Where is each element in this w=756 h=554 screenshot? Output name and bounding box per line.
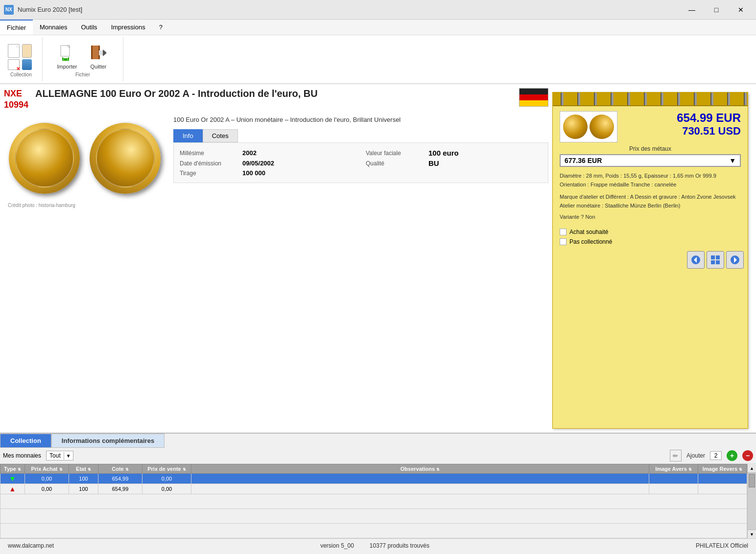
collection-icons: ✕ (8, 44, 34, 69)
ribbon-fichier-group: Importer Quitter Fichier (43, 37, 123, 81)
nav-forward-icon[interactable] (726, 251, 744, 269)
row2-avers (649, 484, 698, 494)
scroll-down[interactable]: ▼ (748, 530, 756, 538)
credit-photo: Crédit photo : historia-hamburg (4, 202, 548, 209)
price-metal-value: 677.36 EUR (565, 157, 602, 164)
th-img-avers[interactable]: Image Avers ⇅ (649, 464, 698, 474)
app-title: Numix Euro 2020 [test] (18, 6, 82, 13)
tirage-row: Tirage 100 000 (180, 169, 356, 177)
notepad-details: Diamètre : 28 mm, Poids : 15,55 g, Epais… (560, 172, 741, 189)
importer-button[interactable]: Importer (52, 41, 82, 71)
coin-obverse (9, 123, 80, 194)
collectionne-row: Pas collectionné (560, 238, 741, 245)
tab-info[interactable]: Info (173, 129, 203, 142)
row1-etat: 100 (69, 474, 98, 484)
notepad-rings (553, 92, 748, 106)
th-etat[interactable]: Etat ⇅ (69, 464, 98, 474)
info-content: Millésime 2002 Valeur faciale 100 euro D… (173, 142, 548, 183)
scroll-icon (22, 44, 32, 58)
svg-rect-9 (711, 255, 715, 259)
table-container: Type ⇅ Prix Achat ⇅ Etat ⇅ Cote ⇅ Prix d… (0, 464, 756, 538)
achat-row: Achat souhaité (560, 229, 741, 235)
collection-bottom-panel: Collection Informations complémentaires … (0, 433, 756, 538)
statusbar-right: PHILATELIX Officiel (696, 542, 748, 549)
th-observations[interactable]: Observations ⇅ (191, 464, 649, 474)
add-button[interactable]: + (727, 450, 737, 461)
row2-obs (191, 484, 649, 494)
statusbar: www.dalcamp.net version 5_00 10377 produ… (0, 538, 756, 552)
th-prix-achat[interactable]: Prix Achat ⇅ (25, 464, 69, 474)
row2-type: ▲ (0, 484, 25, 494)
nav-back-icon[interactable] (687, 251, 705, 269)
filter-arrow[interactable]: ▼ (64, 452, 73, 460)
row2-prix-achat: 0,00 (25, 484, 69, 494)
metal-dropdown-arrow[interactable]: ▼ (729, 157, 736, 164)
app-icon: NX (4, 5, 14, 15)
date-value: 09/05/2002 (242, 160, 274, 167)
filter-dropdown[interactable]: Tout ▼ (46, 451, 73, 461)
price-block: 654.99 EUR 730.51 USD (621, 111, 741, 138)
th-cote[interactable]: Cote ⇅ (98, 464, 142, 474)
remove-button[interactable]: − (742, 450, 753, 461)
qualite-row: Qualité BU (366, 159, 542, 167)
table-row[interactable]: ▲ 0,00 100 654,99 0,00 (0, 484, 747, 494)
db-icon (22, 59, 32, 70)
price-metal-box: 677.36 EUR ▼ (560, 154, 741, 167)
info-tabs: Info Cotes (173, 129, 548, 142)
statusbar-version: version 5_00 (320, 542, 354, 549)
table-row[interactable]: ▼ 0,00 100 654,99 0,00 (0, 474, 747, 484)
menu-outils[interactable]: Outils (74, 20, 104, 35)
th-prix-vente[interactable]: Prix de vente ⇅ (142, 464, 191, 474)
notepad-variant: Variante ? Non (560, 214, 741, 220)
achat-checkbox[interactable] (560, 229, 567, 235)
quitter-button[interactable]: Quitter (84, 41, 113, 71)
menu-help[interactable]: ? (152, 20, 169, 35)
date-row: Date d'émission 09/05/2002 (180, 159, 356, 167)
tab-infos-complementaires[interactable]: Informations complémentaires (51, 434, 165, 448)
row1-prix-achat: 0,00 (25, 474, 69, 484)
menu-fichier[interactable]: Fichier (0, 20, 33, 35)
collectionne-checkbox[interactable] (560, 238, 567, 245)
bottom-tabs: Collection Informations complémentaires (0, 434, 756, 448)
scroll-up[interactable]: ▲ (748, 464, 756, 473)
table-scroll: Type ⇅ Prix Achat ⇅ Etat ⇅ Cote ⇅ Prix d… (0, 464, 747, 538)
nav-grid-icon[interactable] (707, 251, 724, 269)
titlebar-controls: — □ ✕ (681, 2, 752, 17)
millesime-value: 2002 (242, 149, 257, 157)
minimize-button[interactable]: — (681, 2, 703, 17)
row1-prix-vente: 0,00 (142, 474, 191, 484)
scroll-thumb[interactable] (749, 474, 755, 487)
table-scrollbar: ▲ ▼ (747, 464, 756, 538)
edit-icon[interactable]: ✏ (670, 450, 682, 462)
coin-thumbnails (560, 111, 617, 142)
statusbar-products: 10377 produits trouvés (370, 542, 429, 549)
notepad-content: 654.99 EUR 730.51 USD Prix des métaux 67… (553, 106, 748, 225)
menu-monnaies[interactable]: Monnaies (33, 20, 74, 35)
row1-revers (698, 474, 747, 484)
row1-cote: 654,99 (98, 474, 142, 484)
svg-rect-12 (716, 260, 720, 264)
coin-title: ALLEMAGNE 100 Euro Or 2002 A - Introduct… (35, 88, 512, 99)
titlebar-left: NX Numix Euro 2020 [test] (4, 5, 82, 15)
svg-rect-4 (93, 46, 98, 59)
th-img-revers[interactable]: Image Revers ⇅ (698, 464, 747, 474)
doc-red-icon: ✕ (8, 59, 20, 70)
menu-impressions[interactable]: Impressions (104, 20, 152, 35)
notepad-checkboxes: Achat souhaité Pas collectionné (553, 225, 748, 249)
price-metal-label: Prix des métaux (560, 145, 741, 152)
th-type[interactable]: Type ⇅ (0, 464, 25, 474)
coin-id: NXE 10994 (4, 88, 28, 111)
close-button[interactable]: ✕ (730, 2, 752, 17)
notepad-nav (553, 249, 748, 271)
price-eur: 654.99 EUR (621, 111, 741, 125)
maximize-button[interactable]: □ (705, 2, 728, 17)
svg-rect-11 (711, 260, 715, 264)
ribbon-collection-group: ✕ Collection (0, 37, 43, 81)
svg-rect-0 (61, 46, 70, 56)
tab-collection[interactable]: Collection (0, 434, 51, 448)
row1-obs (191, 474, 649, 484)
filter-value: Tout (47, 451, 64, 460)
count-box: 2 (710, 451, 722, 460)
collection-table: Type ⇅ Prix Achat ⇅ Etat ⇅ Cote ⇅ Prix d… (0, 464, 747, 538)
tab-cotes[interactable]: Cotes (203, 129, 238, 142)
